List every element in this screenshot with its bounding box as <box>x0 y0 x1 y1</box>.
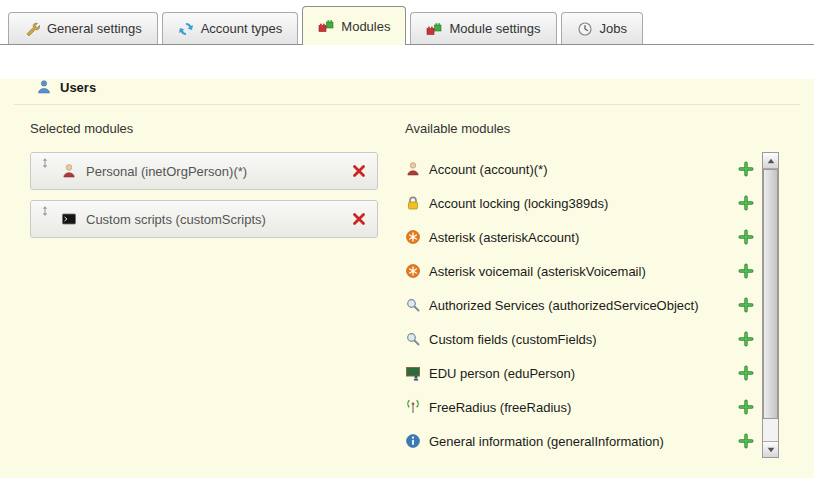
modules-columns: Selected modules Personal (inetOrgPerson… <box>30 121 814 458</box>
available-module-label: FreeRadius (freeRadius) <box>429 400 571 415</box>
users-icon <box>36 79 52 95</box>
available-module-label: Authorized Services (authorizedServiceOb… <box>429 298 699 313</box>
selected-module-label: Personal (inetOrgPerson)(*) <box>86 164 247 179</box>
available-modules-column: Available modules Account (account)(*) A… <box>405 121 779 458</box>
tab-label: Modules <box>341 19 390 34</box>
section-title: Users <box>60 80 96 95</box>
available-module-label: EDU person (eduPerson) <box>429 366 575 381</box>
tab-label: Module settings <box>449 21 540 36</box>
available-module-row: Account (account)(*) <box>405 152 762 186</box>
account-types-icon <box>178 21 194 37</box>
scroll-up-button[interactable] <box>763 153 778 169</box>
available-module-label: Asterisk voicemail (asteriskVoicemail) <box>429 264 646 279</box>
user-icon <box>61 163 77 179</box>
module-settings-icon <box>426 21 442 37</box>
selected-modules-column: Selected modules Personal (inetOrgPerson… <box>30 121 378 458</box>
add-icon[interactable] <box>738 229 754 245</box>
selected-modules-heading: Selected modules <box>30 121 378 136</box>
available-module-row: FreeRadius (freeRadius) <box>405 390 762 424</box>
tab-jobs[interactable]: Jobs <box>561 12 643 44</box>
scrollbar-track[interactable] <box>763 169 778 441</box>
section-divider <box>14 104 800 105</box>
available-module-label: General information (generalInformation) <box>429 434 664 449</box>
available-module-label: Account (account)(*) <box>429 162 548 177</box>
add-icon[interactable] <box>738 161 754 177</box>
section-users: Users <box>36 79 814 95</box>
modules-panel: Users Selected modules Personal (inetOrg… <box>0 79 814 478</box>
scroll-down-icon <box>765 444 777 456</box>
user-icon <box>405 161 421 177</box>
add-icon[interactable] <box>738 399 754 415</box>
available-modules-heading: Available modules <box>405 121 779 136</box>
add-icon[interactable] <box>738 195 754 211</box>
scrollbar-thumb[interactable] <box>763 169 778 419</box>
add-icon[interactable] <box>738 331 754 347</box>
selected-module-personal[interactable]: Personal (inetOrgPerson)(*) <box>30 152 378 190</box>
add-icon[interactable] <box>738 365 754 381</box>
drag-handle-icon[interactable] <box>39 205 51 217</box>
available-modules-body: Account (account)(*) Account locking (lo… <box>405 152 779 458</box>
terminal-icon <box>61 211 77 227</box>
lock-icon <box>405 195 421 211</box>
jobs-clock-icon <box>577 21 593 37</box>
scroll-up-icon <box>765 155 777 167</box>
available-module-row: Authorized Services (authorizedServiceOb… <box>405 288 762 322</box>
add-icon[interactable] <box>738 433 754 449</box>
freeradius-icon <box>405 399 421 415</box>
available-module-row: Asterisk (asteriskAccount) <box>405 220 762 254</box>
asterisk-icon <box>405 263 421 279</box>
available-module-row: General information (generalInformation) <box>405 424 762 458</box>
available-modules-list: Account (account)(*) Account locking (lo… <box>405 152 762 458</box>
info-icon <box>405 433 421 449</box>
wrench-icon <box>24 21 40 37</box>
available-module-row: Asterisk voicemail (asteriskVoicemail) <box>405 254 762 288</box>
available-module-label: Custom fields (customFields) <box>429 332 597 347</box>
tab-account-types[interactable]: Account types <box>162 12 299 44</box>
scrollbar[interactable] <box>762 152 779 458</box>
delete-icon[interactable] <box>351 211 367 227</box>
magnifier-icon <box>405 297 421 313</box>
delete-icon[interactable] <box>351 163 367 179</box>
drag-handle-icon[interactable] <box>39 157 51 169</box>
tab-label: Account types <box>201 21 283 36</box>
tab-label: Jobs <box>600 21 627 36</box>
modules-icon <box>318 18 334 34</box>
available-module-label: Asterisk (asteriskAccount) <box>429 230 579 245</box>
magnifier-icon <box>405 331 421 347</box>
edu-person-icon <box>405 365 421 381</box>
tab-bar: General settings Account types Modules M… <box>0 0 814 45</box>
scroll-down-button[interactable] <box>763 441 778 457</box>
available-module-row: Account locking (locking389ds) <box>405 186 762 220</box>
add-icon[interactable] <box>738 297 754 313</box>
tab-modules[interactable]: Modules <box>302 6 406 45</box>
tab-label: General settings <box>47 21 142 36</box>
selected-module-custom-scripts[interactable]: Custom scripts (customScripts) <box>30 200 378 238</box>
tab-module-settings[interactable]: Module settings <box>410 12 556 44</box>
add-icon[interactable] <box>738 263 754 279</box>
available-module-row: Custom fields (customFields) <box>405 322 762 356</box>
available-module-label: Account locking (locking389ds) <box>429 196 608 211</box>
tab-general-settings[interactable]: General settings <box>8 12 158 44</box>
asterisk-icon <box>405 229 421 245</box>
available-module-row: EDU person (eduPerson) <box>405 356 762 390</box>
selected-module-label: Custom scripts (customScripts) <box>86 212 266 227</box>
